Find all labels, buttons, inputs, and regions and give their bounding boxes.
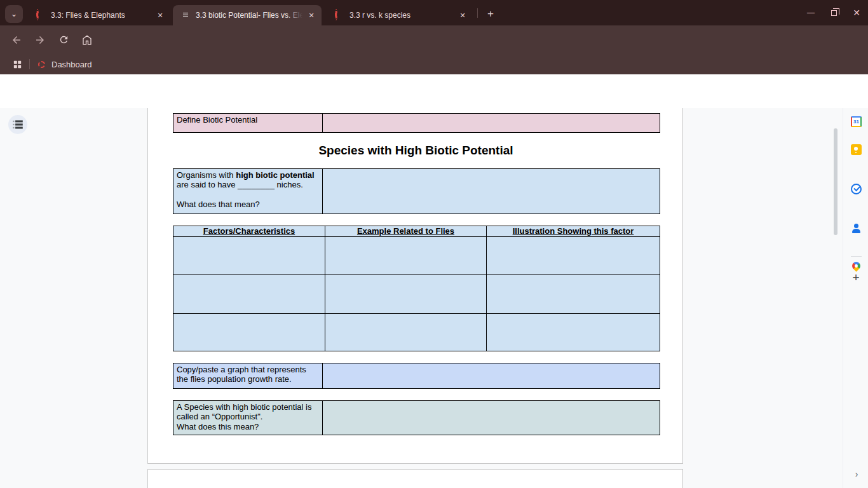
column-header[interactable]: Factors/Characteristics: [173, 226, 325, 237]
tab-title: 3.3 biotic Potential- Flies vs. Ele: [196, 11, 302, 20]
document-page-1[interactable]: Define Biotic Potential Species with Hig…: [147, 108, 683, 464]
tab-strip: ⌄ 3.3: Flies & Elephants ✕ 3.3 biotic Po…: [0, 0, 868, 25]
vertical-scrollbar-thumb[interactable]: [834, 128, 837, 235]
back-arrow-icon: [11, 34, 22, 46]
table-cell-prompt[interactable]: Copy/paste a graph that represents the f…: [173, 363, 323, 388]
bookmarks-bar: Dashboard: [0, 54, 868, 74]
table-cell-empty[interactable]: [325, 237, 487, 275]
table-cell-answer[interactable]: [323, 169, 660, 214]
tab-close-icon[interactable]: ✕: [306, 10, 316, 20]
tab-flies-elephants[interactable]: 3.3: Flies & Elephants ✕: [28, 5, 170, 25]
canvas-favicon-icon: [36, 10, 46, 20]
reload-button[interactable]: [55, 31, 72, 49]
table-cell-empty[interactable]: [487, 275, 660, 314]
home-icon: [81, 34, 93, 46]
tab-close-icon[interactable]: ✕: [155, 10, 165, 20]
column-header[interactable]: Example Related to Flies: [325, 226, 487, 237]
google-tasks-icon[interactable]: [851, 184, 862, 194]
new-tab-button[interactable]: +: [482, 5, 499, 23]
table-cell-answer[interactable]: [323, 114, 660, 132]
table-cell-prompt[interactable]: Define Biotic Potential: [173, 114, 323, 132]
table-cell-empty[interactable]: [173, 237, 325, 275]
table-cell-answer[interactable]: [323, 401, 660, 435]
chevron-down-icon: ⌄: [11, 10, 17, 18]
tab-close-icon[interactable]: ✕: [458, 10, 468, 20]
forward-arrow-icon: [34, 34, 46, 46]
tab-search-button[interactable]: ⌄: [5, 5, 23, 23]
canvas-favicon-icon: [334, 10, 344, 20]
table-cell-prompt[interactable]: A Species with high biotic potential is …: [173, 401, 323, 435]
section-heading[interactable]: Species with High Biotic Potential: [148, 144, 684, 158]
home-button[interactable]: [78, 31, 96, 49]
side-panel-divider: [851, 256, 862, 257]
restore-icon: [831, 10, 837, 16]
table-cell-empty[interactable]: [487, 237, 660, 275]
opportunist-table: A Species with high biotic potential is …: [173, 400, 660, 435]
show-outline-button[interactable]: [8, 115, 27, 134]
table-cell-prompt[interactable]: Organisms with high biotic potential are…: [173, 169, 323, 214]
column-header[interactable]: Illustration Showing this factor: [487, 226, 660, 237]
browser-window: ⌄ 3.3: Flies & Elephants ✕ 3.3 biotic Po…: [0, 0, 868, 488]
workspace-side-panel: 31 + ›: [843, 108, 868, 488]
reload-icon: [58, 34, 69, 45]
document-outline-icon: [13, 120, 23, 129]
canvas-favicon-icon: [38, 61, 45, 68]
minimize-button[interactable]: —: [799, 0, 822, 25]
document-page-2[interactable]: [147, 469, 683, 488]
back-button[interactable]: [8, 31, 25, 49]
high-biotic-potential-table: Organisms with high biotic potential are…: [173, 168, 660, 214]
tab-biotic-potential-active[interactable]: 3.3 biotic Potential- Flies vs. Ele ✕: [173, 5, 322, 25]
document-workspace: Define Biotic Potential Species with Hig…: [0, 108, 868, 488]
table-cell-empty[interactable]: [325, 275, 487, 314]
forward-button[interactable]: [31, 31, 49, 49]
tab-title-fade: [286, 11, 302, 20]
hide-side-panel-button[interactable]: ›: [849, 466, 864, 482]
tab-divider: [477, 8, 478, 18]
tab-r-vs-k-species[interactable]: 3.3 r vs. k species ✕: [327, 5, 473, 25]
restore-button[interactable]: [822, 0, 845, 25]
define-biotic-potential-table: Define Biotic Potential: [173, 113, 660, 133]
google-docs-favicon-icon: [180, 10, 191, 20]
docs-header: 3.3 biotic Potential- Flies vs. Elephant…: [0, 74, 868, 108]
table-cell-empty[interactable]: [487, 314, 660, 351]
table-cell-answer[interactable]: [323, 363, 660, 388]
browser-toolbar: docs.google.com/document/d/1SyFMYeo7pqbD…: [0, 25, 868, 54]
bookmarks-separator: [29, 59, 30, 69]
table-cell-empty[interactable]: [325, 314, 487, 351]
get-addons-button[interactable]: +: [848, 270, 864, 285]
close-window-button[interactable]: ✕: [845, 0, 868, 25]
google-contacts-icon[interactable]: [851, 223, 862, 234]
tab-title: 3.3: Flies & Elephants: [51, 11, 151, 20]
bookmark-dashboard[interactable]: Dashboard: [37, 60, 92, 69]
tab-title: 3.3 r vs. k species: [349, 11, 454, 20]
google-calendar-icon[interactable]: 31: [851, 116, 862, 127]
table-cell-empty[interactable]: [173, 314, 325, 351]
apps-grid-icon[interactable]: [12, 59, 23, 70]
google-keep-icon[interactable]: [851, 144, 862, 155]
table-cell-empty[interactable]: [173, 275, 325, 314]
factors-table: Factors/Characteristics Example Related …: [173, 226, 660, 351]
bookmark-label: Dashboard: [51, 60, 92, 69]
graph-table: Copy/paste a graph that represents the f…: [173, 363, 660, 389]
window-controls: — ✕: [799, 0, 868, 25]
